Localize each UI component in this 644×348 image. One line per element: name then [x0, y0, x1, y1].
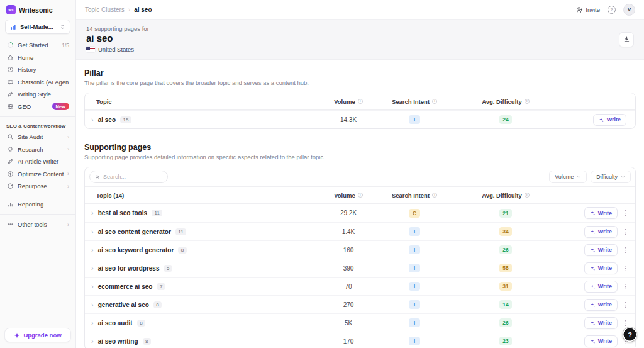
- kebab-menu-icon[interactable]: ⋮: [622, 320, 629, 327]
- expand-chevron-icon[interactable]: ›: [91, 116, 94, 123]
- kebab-menu-icon[interactable]: ⋮: [622, 301, 629, 308]
- table-row[interactable]: › ai seo content generator 11 1.4K I 34 …: [85, 222, 635, 240]
- kebab-menu-icon[interactable]: ⋮: [622, 210, 629, 216]
- sidebar-item-label: Get Started: [18, 42, 58, 48]
- info-icon[interactable]: i: [432, 193, 437, 198]
- sidebar-item-geo[interactable]: GEO New: [4, 101, 72, 113]
- sidebar-item-label: Other tools: [18, 221, 64, 228]
- expand-chevron-icon[interactable]: ›: [91, 210, 94, 216]
- kebab-menu-icon[interactable]: ⋮: [622, 283, 629, 290]
- table-row[interactable]: › ecommerce ai seo 7 70 I 31 Write ⋮: [85, 277, 635, 295]
- download-button[interactable]: [619, 32, 634, 47]
- topic-name: ai seo: [98, 116, 116, 123]
- write-button[interactable]: Write: [584, 299, 618, 311]
- write-button[interactable]: Write: [584, 244, 618, 256]
- avatar[interactable]: V: [623, 4, 635, 16]
- help-icon[interactable]: ?: [608, 6, 616, 14]
- supporting-count-label: 14 supporting pages for: [86, 25, 634, 32]
- volume-value: 1.4K: [317, 228, 380, 235]
- difficulty-badge: 21: [499, 209, 511, 218]
- sidebar-item-label: Reporting: [18, 201, 69, 208]
- expand-chevron-icon[interactable]: ›: [91, 301, 94, 308]
- difficulty-filter-button[interactable]: Difficulty: [591, 171, 631, 183]
- sidebar-item-repurpose[interactable]: Repurpose ›: [4, 180, 72, 193]
- sidebar-item-get-started[interactable]: Get Started 1/5: [4, 39, 72, 52]
- chevron-right-icon: ›: [67, 183, 69, 189]
- table-row[interactable]: › ai seo keyword generator 8 160 I 26 Wr…: [85, 240, 635, 259]
- volume-filter-button[interactable]: Volume: [549, 171, 587, 183]
- write-button[interactable]: Write: [584, 317, 618, 329]
- search-intent-badge: I: [409, 318, 420, 327]
- write-button[interactable]: Write: [584, 226, 618, 238]
- difficulty-badge: 31: [499, 282, 511, 291]
- breadcrumb-parent[interactable]: Topic Clusters: [85, 6, 125, 13]
- search-intent-badge: I: [409, 300, 420, 309]
- pillar-description: The pillar is the core page that covers …: [84, 79, 636, 86]
- app-root: ws Writesonic Self-Made... Get Started 1…: [0, 0, 644, 348]
- sidebar-item-site-audit[interactable]: Site Audit ›: [4, 131, 72, 143]
- kebab-menu-icon[interactable]: ⋮: [622, 265, 629, 272]
- sidebar-item-home[interactable]: Home: [4, 52, 72, 64]
- invite-button[interactable]: Invite: [576, 6, 600, 13]
- sidebar-item-label: Writing Style: [18, 91, 69, 98]
- pillar-row[interactable]: › ai seo 15 14.3K I 24 Write: [85, 110, 635, 128]
- sidebar-item-research[interactable]: Research ›: [4, 143, 72, 156]
- workspace-chart-icon: [9, 23, 17, 31]
- expand-chevron-icon[interactable]: ›: [91, 247, 94, 254]
- info-icon[interactable]: i: [432, 99, 437, 104]
- sparkle-icon: [590, 247, 596, 253]
- topic-name: ai seo keyword generator: [98, 247, 174, 254]
- sidebar-item-reporting[interactable]: Reporting: [4, 198, 72, 211]
- write-label: Write: [598, 265, 612, 271]
- expand-chevron-icon[interactable]: ›: [91, 265, 94, 272]
- kebab-menu-icon[interactable]: ⋮: [622, 228, 629, 235]
- sidebar-item-chatsonic[interactable]: Chatsonic (AI Agent): [4, 76, 72, 89]
- sidebar-item-other-tools[interactable]: Other tools ›: [4, 218, 72, 231]
- expand-chevron-icon[interactable]: ›: [91, 228, 94, 235]
- filter-label: Difficulty: [596, 174, 618, 180]
- kebab-menu-icon[interactable]: ⋮: [622, 247, 629, 254]
- write-button[interactable]: Write: [584, 262, 618, 274]
- chevron-down-icon: [621, 175, 625, 179]
- info-icon[interactable]: i: [525, 99, 530, 104]
- info-icon[interactable]: i: [525, 193, 530, 198]
- table-row[interactable]: › ai seo audit 8 5K I 26 Write ⋮: [85, 313, 635, 332]
- topic-name: ai seo for wordpress: [98, 265, 160, 272]
- invite-person-icon: [576, 6, 583, 13]
- difficulty-badge: 24: [499, 115, 511, 124]
- sidebar-item-label: GEO: [18, 103, 48, 110]
- sidebar-item-label: Repurpose: [18, 182, 64, 189]
- upgrade-button[interactable]: Upgrade now: [4, 328, 71, 342]
- help-fab-button[interactable]: ?: [623, 327, 637, 342]
- expand-chevron-icon[interactable]: ›: [91, 338, 94, 345]
- info-icon[interactable]: i: [358, 193, 363, 198]
- sidebar-item-optimize-content[interactable]: Optimize Content ›: [4, 168, 72, 181]
- write-button[interactable]: Write: [584, 207, 618, 219]
- sidebar-workflow-nav: Site Audit › Research › AI Article Write…: [0, 131, 75, 210]
- column-topic: Topic (14): [85, 192, 317, 199]
- sidebar-item-ai-article-writer[interactable]: AI Article Writer: [4, 155, 72, 168]
- write-button[interactable]: Write: [593, 114, 626, 126]
- write-button[interactable]: Write: [584, 281, 618, 293]
- search-input[interactable]: [103, 174, 162, 180]
- write-label: Write: [598, 320, 612, 326]
- topic-count-badge: 15: [120, 116, 131, 123]
- workspace-selector[interactable]: Self-Made...: [5, 20, 70, 34]
- expand-chevron-icon[interactable]: ›: [91, 320, 94, 327]
- sidebar-item-history[interactable]: History: [4, 64, 72, 76]
- chevron-right-icon: ›: [67, 222, 69, 228]
- table-row[interactable]: › ai seo writing 8 170 I 23 Write ⋮: [85, 332, 635, 348]
- page-scroll[interactable]: 14 supporting pages for ai seo United St…: [76, 20, 644, 348]
- write-button[interactable]: Write: [584, 335, 618, 347]
- search-box[interactable]: [89, 171, 168, 183]
- pencil-icon: [6, 158, 14, 166]
- table-row[interactable]: › best ai seo tools 11 29.2K C 21 Write …: [85, 204, 635, 222]
- table-row[interactable]: › ai seo for wordpress 5 390 I 58 Write …: [85, 259, 635, 277]
- table-row[interactable]: › generative ai seo 8 270 I 14 Write ⋮: [85, 295, 635, 313]
- volume-value: 5K: [317, 320, 380, 327]
- info-icon[interactable]: i: [358, 99, 363, 104]
- sidebar-item-writing-style[interactable]: Writing Style: [4, 88, 72, 101]
- expand-chevron-icon[interactable]: ›: [91, 283, 94, 290]
- sparkle-icon: [590, 339, 596, 344]
- content: Pillar The pillar is the core page that …: [76, 60, 644, 348]
